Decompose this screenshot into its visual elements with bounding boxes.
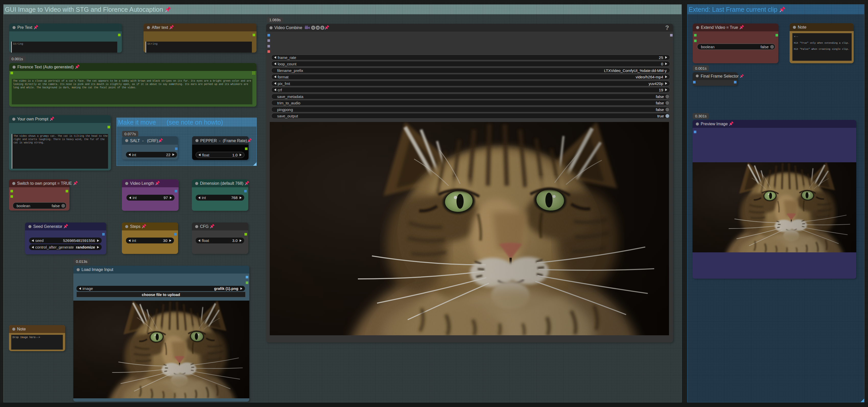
svg-text:V: V xyxy=(312,26,314,29)
svg-text:H: H xyxy=(317,26,319,29)
svg-text:S: S xyxy=(321,26,323,29)
